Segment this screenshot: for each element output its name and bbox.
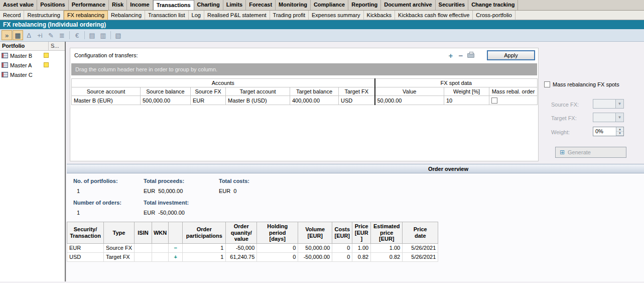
menu-tab[interactable]: Document archive bbox=[381, 0, 435, 10]
column-header[interactable]: Holding period [days] bbox=[257, 222, 298, 244]
column-header[interactable]: Security/ Transaction bbox=[67, 222, 104, 244]
grid-icon[interactable]: ▥ bbox=[98, 30, 108, 40]
menu-tab[interactable]: Charting bbox=[194, 0, 223, 10]
portfolio-item-master-c[interactable]: Master C bbox=[0, 70, 65, 79]
menu-tab[interactable]: Reporting bbox=[348, 0, 381, 10]
weight-stepper[interactable]: 0% ▲ ▼ bbox=[593, 127, 624, 136]
cell-source-account[interactable]: Master B (EUR) bbox=[72, 96, 141, 105]
cell-mass-rebal-order[interactable] bbox=[489, 96, 538, 105]
column-header[interactable]: Volume [EUR] bbox=[298, 222, 332, 244]
menu-tab[interactable]: Positions bbox=[37, 0, 69, 10]
column-header[interactable]: Costs [EUR] bbox=[332, 222, 352, 244]
subtab[interactable]: Transaction list bbox=[145, 11, 189, 20]
column-header[interactable]: Mass rebal. order bbox=[489, 87, 538, 96]
subtab[interactable]: Cross-portfolio bbox=[473, 11, 516, 20]
cell-price[interactable]: 1.00 bbox=[352, 243, 371, 252]
order-row[interactable]: EUR Source FX − 1 -50,000 0 50,000.00 0 … bbox=[67, 243, 438, 252]
add-transfer-button[interactable]: + bbox=[446, 51, 456, 60]
align-icon[interactable]: ≣ bbox=[57, 30, 67, 40]
cell-price-date[interactable]: 5/26/2021 bbox=[403, 243, 438, 252]
menu-tab[interactable]: Asset value bbox=[0, 0, 37, 10]
s-column-header[interactable]: S... bbox=[49, 42, 65, 50]
menu-tab-transactions[interactable]: Transactions bbox=[153, 0, 194, 10]
cell-security[interactable]: USD bbox=[67, 252, 104, 261]
target-fx-select[interactable]: ▼ bbox=[593, 113, 624, 122]
mass-rebalancing-checkbox[interactable] bbox=[544, 81, 550, 87]
cell-weight[interactable]: 10 bbox=[444, 96, 489, 105]
cell-isin[interactable] bbox=[134, 252, 152, 261]
subtab[interactable]: Expenses summary bbox=[309, 11, 364, 20]
cell-security[interactable]: EUR bbox=[67, 243, 104, 252]
menu-tab[interactable]: Securities bbox=[436, 0, 469, 10]
portfolio-item-master-a[interactable]: Master A bbox=[0, 60, 65, 70]
cell-costs[interactable]: 0 bbox=[332, 243, 352, 252]
menu-tab[interactable]: Risk bbox=[109, 0, 127, 10]
menu-tab[interactable]: Income bbox=[127, 0, 153, 10]
cell-order-quantity[interactable]: -50,000 bbox=[226, 243, 257, 252]
copy-icon[interactable]: ▧ bbox=[113, 30, 123, 40]
group-by-dropzone[interactable]: Drag the column header here in order to … bbox=[71, 63, 537, 75]
cell-estimated-price[interactable]: 1.00 bbox=[371, 243, 403, 252]
column-header[interactable]: Target balance bbox=[290, 87, 339, 96]
menu-tab[interactable]: Performance bbox=[69, 0, 109, 10]
portfolio-column-header[interactable]: Portfolio bbox=[0, 42, 49, 50]
subtab-fx-rebalancing[interactable]: FX rebalancing bbox=[64, 11, 108, 20]
add-info-icon[interactable]: +i bbox=[35, 30, 45, 40]
stepper-down-icon[interactable]: ▼ bbox=[616, 132, 623, 136]
column-header[interactable]: Target account bbox=[226, 87, 290, 96]
remove-transfer-button[interactable]: − bbox=[456, 51, 466, 60]
cell-volume[interactable]: -50,000.00 bbox=[298, 252, 332, 261]
column-header[interactable]: Value bbox=[375, 87, 444, 96]
subtab[interactable]: Kickbacks cash flow effective bbox=[395, 11, 473, 20]
cell-target-account[interactable]: Master B (USD) bbox=[226, 96, 290, 105]
column-header[interactable]: ISIN bbox=[134, 222, 152, 244]
column-header[interactable]: Price date bbox=[403, 222, 438, 244]
column-header[interactable]: Type bbox=[104, 222, 135, 244]
cell-source-fx[interactable]: EUR bbox=[191, 96, 226, 105]
notes-icon[interactable]: ▤ bbox=[87, 30, 97, 40]
cell-isin[interactable] bbox=[134, 243, 152, 252]
euro-icon[interactable]: € bbox=[72, 30, 82, 40]
portfolio-item-master-b[interactable]: Master B bbox=[0, 51, 65, 60]
subtab[interactable]: Realised P&L statement bbox=[204, 11, 270, 20]
apply-button[interactable]: Apply bbox=[487, 50, 535, 60]
column-header[interactable]: Order quanity/ value bbox=[226, 222, 257, 244]
cell-order-participations[interactable]: 1 bbox=[183, 252, 226, 261]
column-header[interactable]: Source balance bbox=[141, 87, 191, 96]
menu-tab[interactable]: Forecast bbox=[246, 0, 276, 10]
cell-value[interactable]: 50,000.00 bbox=[375, 96, 444, 105]
column-header[interactable]: Price [EUR ] bbox=[352, 222, 371, 244]
menu-tab[interactable]: Change tracking bbox=[468, 0, 518, 10]
menu-tab[interactable]: Compliance bbox=[311, 0, 348, 10]
cell-costs[interactable]: 0 bbox=[332, 252, 352, 261]
column-header[interactable]: Target FX bbox=[339, 87, 375, 96]
generate-button[interactable]: ⊞ Generate bbox=[555, 147, 626, 158]
subtab[interactable]: Kickbacks bbox=[364, 11, 396, 20]
edit-icon[interactable]: ✎ bbox=[46, 30, 56, 40]
column-header[interactable]: Source FX bbox=[191, 87, 226, 96]
menu-tab[interactable]: Monitoring bbox=[276, 0, 311, 10]
subtab[interactable]: Record bbox=[0, 11, 24, 20]
transfer-row[interactable]: Master B (EUR) 500,000.00 EUR Master B (… bbox=[72, 96, 538, 105]
column-header[interactable] bbox=[169, 222, 183, 244]
delta-icon[interactable]: Δ bbox=[24, 30, 34, 40]
order-row[interactable]: USD Target FX + 1 61,240.75 0 -50,000.00… bbox=[67, 252, 438, 261]
cell-target-balance[interactable]: 400,000.00 bbox=[290, 96, 339, 105]
cell-type[interactable]: Source FX bbox=[104, 243, 135, 252]
cell-price[interactable]: 0.82 bbox=[352, 252, 371, 261]
source-fx-select[interactable]: ▼ bbox=[593, 99, 624, 109]
subtab[interactable]: Restructuring bbox=[24, 11, 63, 20]
column-header[interactable]: WKN bbox=[152, 222, 168, 244]
stepper-up-icon[interactable]: ▲ bbox=[616, 127, 623, 132]
cell-order-quantity[interactable]: 61,240.75 bbox=[226, 252, 257, 261]
subtab[interactable]: Rebalancing bbox=[108, 11, 145, 20]
cell-type[interactable]: Target FX bbox=[104, 252, 135, 261]
cell-wkn[interactable] bbox=[152, 252, 168, 261]
cell-volume[interactable]: 50,000.00 bbox=[298, 243, 332, 252]
print-button[interactable] bbox=[466, 51, 476, 60]
menu-tab[interactable]: Limits bbox=[223, 0, 246, 10]
subtab[interactable]: Trading profit bbox=[270, 11, 309, 20]
cell-estimated-price[interactable]: 0.82 bbox=[371, 252, 403, 261]
subtab[interactable]: Log bbox=[189, 11, 204, 20]
column-header[interactable]: Order participations bbox=[183, 222, 226, 244]
